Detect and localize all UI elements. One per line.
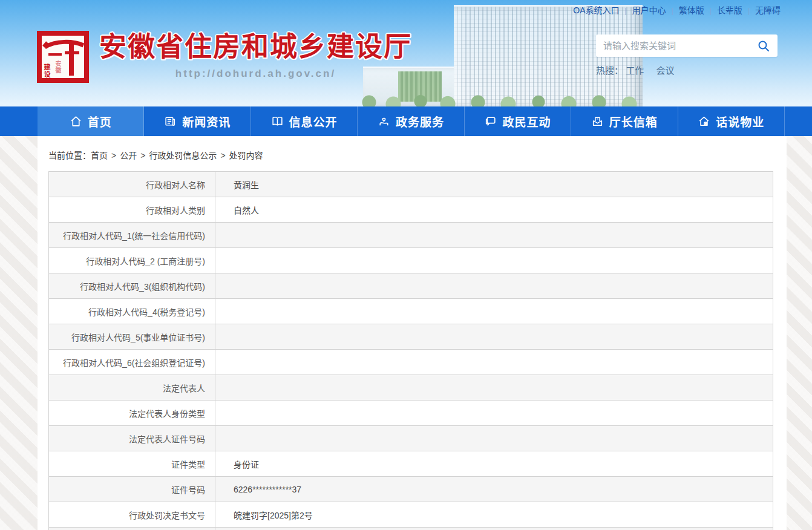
row-value xyxy=(215,401,773,426)
table-row: 行政处罚决定书文号 皖建罚字[2025]第2号 xyxy=(49,502,773,528)
table-row: 行政相对人代码_2 (工商注册号) xyxy=(49,248,773,273)
row-label: 行政相对人类别 xyxy=(49,197,215,223)
breadcrumb-label: 当前位置： xyxy=(48,151,91,160)
row-value xyxy=(215,324,773,350)
top-link-separator: | xyxy=(672,7,673,15)
nav-item-property-talk[interactable]: 话说物业 xyxy=(678,106,785,136)
table-row: 行政相对人代码_3(组织机构代码) xyxy=(49,273,773,299)
table-row: 行政相对人名称 黄润生 xyxy=(49,172,773,197)
table-row: 法定代表人证件号码 xyxy=(49,426,773,451)
row-label: 法定代表人 xyxy=(49,375,215,401)
row-label: 法定代表人证件号码 xyxy=(49,426,215,451)
main-navigation: 首页 新闻资讯 信息公开 xyxy=(0,106,812,136)
row-label: 行政相对人代码_6(社会组织登记证号) xyxy=(49,350,215,375)
search-box xyxy=(596,34,778,57)
table-row: 行政相对人代码_6(社会组织登记证号) xyxy=(49,350,773,375)
top-link-user-center[interactable]: 用户中心 xyxy=(632,5,666,15)
nav-item-label: 政民互动 xyxy=(502,113,551,129)
row-value: 黄润生 xyxy=(215,172,773,197)
nav-item-news[interactable]: 新闻资讯 xyxy=(144,106,250,136)
breadcrumb-penalty-list[interactable]: 行政处罚信息公示 xyxy=(149,151,217,160)
table-row: 行政相对人代码_1(统一社会信用代码) xyxy=(49,223,773,248)
row-label: 行政相对人代码_2 (工商注册号) xyxy=(49,248,215,273)
search-icon[interactable] xyxy=(757,39,770,53)
table-row-partial xyxy=(49,528,773,530)
nav-item-gov-services[interactable]: 政务服务 xyxy=(358,106,464,136)
row-label: 行政相对人代码_3(组织机构代码) xyxy=(49,273,215,299)
seal-text: 建设 xyxy=(43,64,50,78)
seal-text-secondary: 安徽 xyxy=(54,61,61,74)
hot-search-label: 热搜： xyxy=(596,65,623,76)
row-label: 行政相对人代码_1(统一社会信用代码) xyxy=(49,223,215,248)
nav-item-interaction[interactable]: 政民互动 xyxy=(465,106,571,136)
row-label: 行政相对人代码_5(事业单位证书号) xyxy=(49,324,215,350)
row-value xyxy=(215,248,773,273)
table-row: 证件类型 身份证 xyxy=(49,451,773,477)
hand-heart-icon xyxy=(378,115,390,128)
nav-item-label: 新闻资讯 xyxy=(182,113,231,129)
hot-search-link-work[interactable]: 工作 xyxy=(626,65,644,76)
row-value xyxy=(215,426,773,451)
nav-item-info-disclosure[interactable]: 信息公开 xyxy=(251,106,358,136)
agency-seal-logo-icon: 建设 安徽 xyxy=(36,30,90,83)
top-link-accessibility[interactable]: 无障碍 xyxy=(755,5,781,15)
breadcrumb-separator: > xyxy=(111,151,116,160)
content-panel: 当前位置：首页>公开>行政处罚信息公示>处罚内容 行政相对人名称 黄润生 行政相… xyxy=(38,136,787,530)
row-label: 证件号码 xyxy=(49,477,215,502)
nav-item-label: 厅长信箱 xyxy=(609,113,658,129)
row-label: 行政相对人代码_4(税务登记号) xyxy=(49,299,215,324)
row-value: 6226************37 xyxy=(215,477,773,502)
breadcrumb-home[interactable]: 首页 xyxy=(91,151,108,160)
site-url: http://dohurd.ah.gov.cn/ xyxy=(99,68,412,80)
row-label: 证件类型 xyxy=(49,451,215,477)
breadcrumb: 当前位置：首页>公开>行政处罚信息公示>处罚内容 xyxy=(38,136,787,171)
top-link-separator: | xyxy=(710,7,712,15)
chat-bubbles-icon xyxy=(484,115,497,128)
open-book-icon xyxy=(271,115,284,128)
table-row: 行政相对人代码_5(事业单位证书号) xyxy=(49,324,773,350)
nav-item-home[interactable]: 首页 xyxy=(38,106,144,136)
row-value: 身份证 xyxy=(215,451,773,477)
home-icon xyxy=(70,115,82,128)
row-value xyxy=(215,350,773,375)
table-row: 法定代表人 xyxy=(49,375,773,401)
row-value xyxy=(215,223,773,248)
row-label: 行政相对人名称 xyxy=(49,172,215,197)
breadcrumb-separator: > xyxy=(220,151,225,160)
search-input[interactable] xyxy=(603,41,757,51)
house-gear-icon xyxy=(698,115,710,128)
row-value: 自然人 xyxy=(215,197,773,223)
row-value xyxy=(215,299,773,324)
breadcrumb-current: 处罚内容 xyxy=(229,151,263,160)
mailbox-icon xyxy=(591,115,604,128)
nav-item-label: 信息公开 xyxy=(289,113,338,129)
news-icon xyxy=(164,115,177,128)
hot-search-link-meeting[interactable]: 会议 xyxy=(656,65,674,76)
table-row: 证件号码 6226************37 xyxy=(49,477,773,502)
table-row: 法定代表人身份类型 xyxy=(49,401,773,426)
row-value xyxy=(215,273,773,299)
top-link-traditional[interactable]: 繁体版 xyxy=(679,5,704,15)
nav-item-director-mailbox[interactable]: 厅长信箱 xyxy=(571,106,678,136)
breadcrumb-disclosure[interactable]: 公开 xyxy=(120,151,137,160)
top-link-separator: | xyxy=(748,7,750,15)
nav-item-label: 首页 xyxy=(88,113,112,129)
site-header: OA系统入口|用户中心|繁体版|长辈版|无障碍 建设 安徽 安徽省住房和城乡建设… xyxy=(0,0,812,106)
penalty-detail-table: 行政相对人名称 黄润生 行政相对人类别 自然人 行政相对人代码_1(统一社会信用… xyxy=(48,171,773,530)
nav-item-label: 话说物业 xyxy=(716,113,764,129)
row-label: 行政处罚决定书文号 xyxy=(49,502,215,528)
search-area: 热搜： 工作 会议 xyxy=(596,34,778,76)
table-row: 行政相对人类别 自然人 xyxy=(49,197,773,223)
row-label: 法定代表人身份类型 xyxy=(49,401,215,426)
breadcrumb-separator: > xyxy=(140,151,145,160)
hot-search-row: 热搜： 工作 会议 xyxy=(596,64,778,76)
top-link-elder-version[interactable]: 长辈版 xyxy=(717,5,742,15)
top-link-separator: | xyxy=(625,7,627,15)
site-logo-link[interactable]: 建设 安徽 安徽省住房和城乡建设厅 http://dohurd.ah.gov.c… xyxy=(36,30,412,83)
row-value xyxy=(215,375,773,401)
nav-item-label: 政务服务 xyxy=(396,113,444,129)
site-title: 安徽省住房和城乡建设厅 xyxy=(99,31,412,63)
top-link-oa[interactable]: OA系统入口 xyxy=(573,5,619,15)
row-value: 皖建罚字[2025]第2号 xyxy=(215,502,773,528)
table-row: 行政相对人代码_4(税务登记号) xyxy=(49,299,773,324)
